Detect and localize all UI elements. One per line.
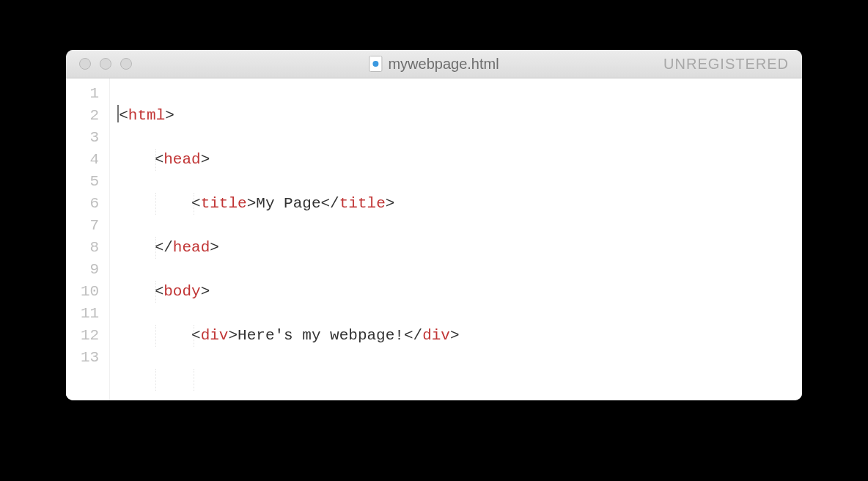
titlebar: mywebpage.html UNREGISTERED xyxy=(66,50,802,78)
line-number: 8 xyxy=(81,237,99,259)
line-number: 5 xyxy=(81,171,99,193)
line-number: 4 xyxy=(81,149,99,171)
line-number: 10 xyxy=(81,281,99,303)
line-number: 1 xyxy=(81,83,99,105)
html-file-icon xyxy=(369,56,382,72)
line-number: 6 xyxy=(81,193,99,215)
editor[interactable]: 1 2 3 4 5 6 7 8 9 10 11 12 13 <html> <he… xyxy=(66,78,802,400)
title: mywebpage.html xyxy=(369,56,499,73)
line-number: 13 xyxy=(81,347,99,369)
line-number: 11 xyxy=(81,303,99,325)
line-number-gutter: 1 2 3 4 5 6 7 8 9 10 11 12 13 xyxy=(66,78,110,400)
editor-window: mywebpage.html UNREGISTERED 1 2 3 4 5 6 … xyxy=(66,50,802,400)
registration-status: UNREGISTERED xyxy=(663,56,789,73)
line-number: 12 xyxy=(81,325,99,347)
window-controls xyxy=(66,58,132,70)
line-number: 9 xyxy=(81,259,99,281)
zoom-icon[interactable] xyxy=(120,58,132,70)
line-number: 3 xyxy=(81,127,99,149)
filename: mywebpage.html xyxy=(388,56,499,73)
code-area[interactable]: <html> <head> <title>My Page</title> </h… xyxy=(110,78,707,400)
close-icon[interactable] xyxy=(79,58,91,70)
line-number: 2 xyxy=(81,105,99,127)
line-number: 7 xyxy=(81,215,99,237)
minimize-icon[interactable] xyxy=(100,58,111,70)
